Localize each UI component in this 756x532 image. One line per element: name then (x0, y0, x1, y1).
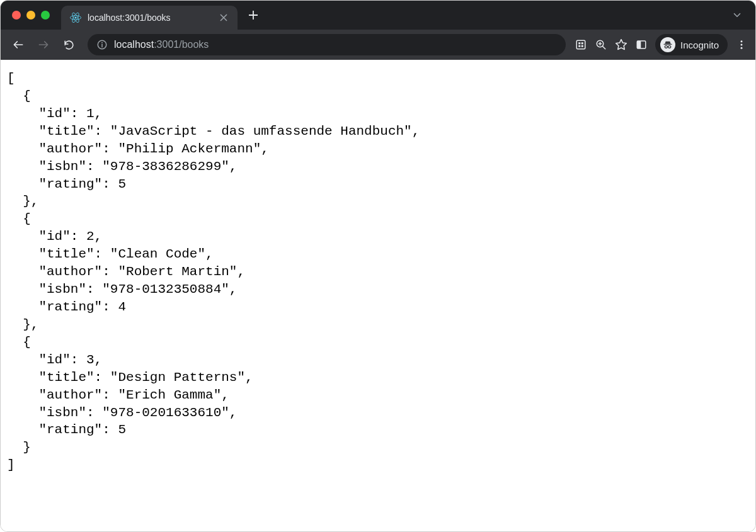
new-tab-button[interactable] (244, 6, 263, 25)
url-path: :3001/books (154, 39, 209, 50)
browser-chrome: localhost:3001/books localhost:3001/b (1, 1, 755, 60)
install-app-icon[interactable] (575, 38, 587, 51)
toolbar: localhost:3001/books Incognito (1, 30, 755, 60)
json-response-body: [ { "id": 1, "title": "JavaScript - das … (1, 60, 755, 532)
incognito-icon (660, 37, 675, 52)
forward-button[interactable] (33, 35, 54, 55)
url-text: localhost:3001/books (114, 39, 209, 50)
address-bar[interactable]: localhost:3001/books (88, 34, 566, 55)
svg-line-13 (602, 46, 605, 49)
tab-overflow-button[interactable] (731, 9, 748, 21)
reload-button[interactable] (59, 35, 79, 55)
svg-point-24 (741, 47, 743, 49)
tab-close-button[interactable] (219, 13, 229, 23)
svg-point-20 (668, 45, 671, 48)
menu-button[interactable] (735, 38, 748, 51)
site-info-icon[interactable] (96, 39, 108, 50)
incognito-badge[interactable]: Incognito (655, 34, 728, 55)
svg-rect-17 (637, 41, 641, 48)
tab-title: localhost:3001/books (88, 13, 212, 23)
svg-point-22 (741, 40, 743, 42)
window-maximize-button[interactable] (41, 11, 50, 20)
svg-rect-10 (578, 45, 580, 47)
svg-rect-9 (581, 42, 583, 44)
browser-tab[interactable]: localhost:3001/books (61, 6, 238, 30)
svg-rect-18 (663, 44, 672, 45)
window-minimize-button[interactable] (26, 11, 35, 20)
window-close-button[interactable] (12, 11, 21, 20)
svg-rect-8 (578, 42, 580, 44)
window-controls (12, 11, 50, 20)
zoom-icon[interactable] (595, 38, 607, 51)
back-button[interactable] (8, 35, 28, 55)
url-host: localhost (114, 39, 154, 50)
svg-point-19 (665, 45, 667, 48)
svg-point-6 (101, 42, 103, 43)
side-panel-icon[interactable] (635, 38, 648, 51)
bookmark-star-icon[interactable] (615, 38, 627, 51)
react-favicon-icon (70, 12, 81, 23)
svg-rect-7 (576, 40, 585, 49)
svg-point-0 (74, 16, 76, 18)
toolbar-right: Incognito (575, 34, 748, 55)
tab-bar: localhost:3001/books (1, 1, 755, 30)
svg-point-23 (741, 44, 743, 46)
incognito-label: Incognito (680, 40, 719, 50)
svg-rect-11 (581, 45, 583, 47)
